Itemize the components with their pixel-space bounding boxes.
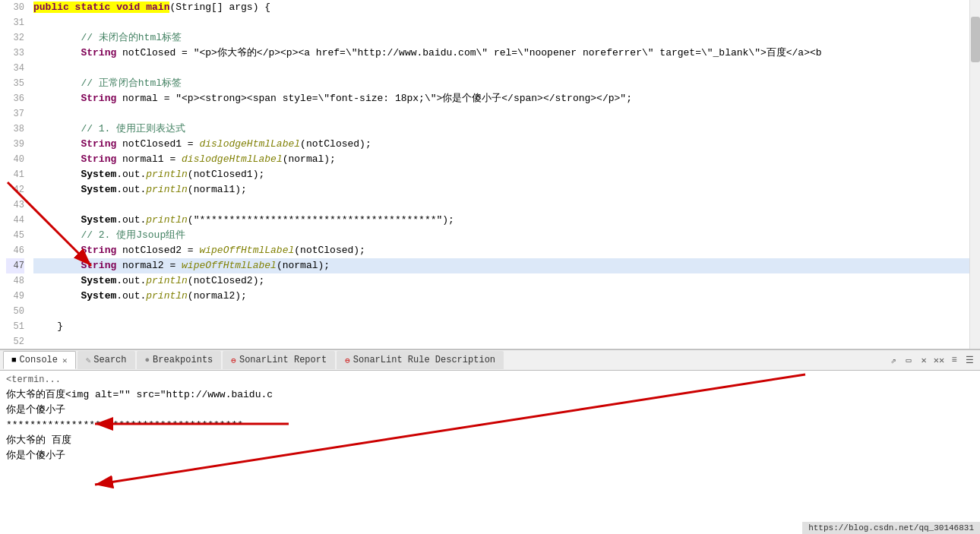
code-line-31 — [33, 15, 980, 30]
line-number-30: 30 — [6, 0, 24, 15]
tab-sonar-report[interactable]: ⊖ SonarLint Report — [223, 351, 335, 369]
tab-actions: ⇗ ▭ ✕ ✕✕ ≡ ☰ — [887, 354, 975, 366]
line-number-45: 45 — [6, 228, 24, 243]
console-line-2: 你是个傻小子 — [6, 403, 974, 418]
code-line-34 — [33, 61, 980, 76]
tab-action-close-all[interactable]: ✕✕ — [933, 354, 945, 366]
code-line-50 — [33, 304, 980, 319]
line-number-32: 32 — [6, 30, 24, 46]
tab-console-label: Console — [20, 355, 58, 365]
line-number-49: 49 — [6, 289, 24, 304]
line-number-34: 34 — [6, 61, 24, 76]
tab-search-label: Search — [93, 355, 126, 365]
line-number-47: 47 — [6, 258, 24, 273]
line-numbers: 3031323334353637383940414243444546474849… — [0, 0, 30, 349]
line-number-50: 50 — [6, 304, 24, 319]
line-number-31: 31 — [6, 15, 24, 30]
line-number-40: 40 — [6, 152, 24, 167]
tab-sonar-report-label: SonarLint Report — [239, 355, 327, 365]
code-line-52 — [33, 334, 980, 349]
status-url: https://blog.csdn.net/qq_30146831 — [808, 523, 974, 532]
console-area[interactable]: <termin...你大爷的百度<img alt="" src="http://… — [0, 371, 980, 511]
code-line-43 — [33, 197, 980, 213]
code-line-41: System.out.println(notClosed1); — [33, 167, 980, 182]
code-line-44: System.out.println("********************… — [33, 213, 980, 228]
tabs-bar: ■ Console ✕ ✎ Search ● Breakpoints ⊖ Son… — [0, 349, 980, 371]
console-close[interactable]: ✕ — [62, 355, 68, 365]
breakpoints-icon: ● — [145, 355, 150, 365]
tab-sonar-rule-label: SonarLint Rule Description — [353, 355, 495, 365]
tab-action-menu1[interactable]: ≡ — [948, 354, 960, 366]
v-scrollbar[interactable] — [969, 0, 980, 349]
code-line-49: System.out.println(normal2); — [33, 289, 980, 304]
console-line-3: **************************************** — [6, 418, 974, 433]
sonar-report-icon: ⊖ — [231, 355, 236, 365]
line-number-33: 33 — [6, 46, 24, 61]
code-line-42: System.out.println(normal1); — [33, 182, 980, 197]
line-number-36: 36 — [6, 91, 24, 106]
tab-breakpoints-label: Breakpoints — [153, 355, 213, 365]
console-icon: ■ — [11, 355, 17, 365]
tab-action-menu2[interactable]: ☰ — [963, 354, 975, 366]
line-number-39: 39 — [6, 137, 24, 152]
code-line-51: } — [33, 319, 980, 334]
line-number-51: 51 — [6, 319, 24, 334]
console-line-1: 你大爷的百度<img alt="" src="http://www.baidu.… — [6, 387, 974, 403]
search-icon: ✎ — [86, 355, 91, 365]
tab-action-minimize[interactable]: ▭ — [903, 354, 915, 366]
sonar-rule-icon: ⊖ — [345, 355, 350, 365]
line-number-41: 41 — [6, 167, 24, 182]
v-scrollbar-thumb[interactable] — [971, 17, 980, 62]
line-number-46: 46 — [6, 243, 24, 258]
code-line-30: public static void main(String[] args) { — [33, 0, 980, 15]
line-number-37: 37 — [6, 106, 24, 122]
status-bar: https://blog.csdn.net/qq_30146831 — [802, 522, 980, 534]
code-line-47: String normal2 = wipeOffHtmlLabel(normal… — [33, 258, 980, 273]
code-line-38: // 1. 使用正则表达式 — [33, 122, 980, 137]
code-line-33: String notClosed = "<p>你大爷的</p><p><a hre… — [33, 46, 980, 61]
line-number-42: 42 — [6, 182, 24, 197]
code-line-45: // 2. 使用Jsoup组件 — [33, 228, 980, 243]
console-line-0: <termin... — [6, 372, 974, 387]
line-number-35: 35 — [6, 76, 24, 91]
editor-wrapper: 3031323334353637383940414243444546474849… — [0, 0, 980, 534]
code-line-40: String normal1 = dislodgeHtmlLabel(norma… — [33, 152, 980, 167]
code-line-35: // 正常闭合html标签 — [33, 76, 980, 91]
code-line-48: System.out.println(notClosed2); — [33, 273, 980, 289]
line-number-52: 52 — [6, 334, 24, 349]
code-line-39: String notClosed1 = dislodgeHtmlLabel(no… — [33, 137, 980, 152]
code-line-32: // 未闭合的html标签 — [33, 30, 980, 46]
tab-action-close[interactable]: ✕ — [918, 354, 930, 366]
line-number-44: 44 — [6, 213, 24, 228]
tab-search[interactable]: ✎ Search — [77, 351, 135, 369]
code-line-36: String normal = "<p><strong><span style=… — [33, 91, 980, 106]
tab-breakpoints[interactable]: ● Breakpoints — [137, 351, 222, 369]
code-line-37 — [33, 106, 980, 122]
editor-area: 3031323334353637383940414243444546474849… — [0, 0, 980, 349]
console-line-4: 你大爷的 百度 — [6, 433, 974, 448]
line-number-38: 38 — [6, 122, 24, 137]
line-number-43: 43 — [6, 197, 24, 213]
console-line-5: 你是个傻小子 — [6, 448, 974, 463]
code-line-46: String notClosed2 = wipeOffHtmlLabel(not… — [33, 243, 980, 258]
tab-sonar-rule[interactable]: ⊖ SonarLint Rule Description — [337, 351, 504, 369]
tab-action-pin[interactable]: ⇗ — [887, 354, 899, 366]
code-content[interactable]: public static void main(String[] args) {… — [30, 0, 980, 349]
tab-console[interactable]: ■ Console ✕ — [3, 351, 76, 369]
line-number-48: 48 — [6, 273, 24, 289]
